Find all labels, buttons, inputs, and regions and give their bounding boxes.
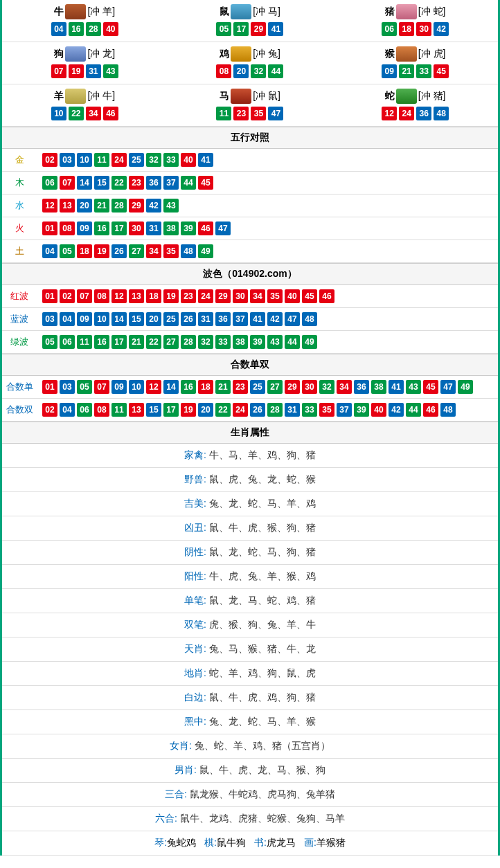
- number-badge: 45: [302, 289, 317, 303]
- number-badge: 13: [129, 289, 144, 303]
- attr-value: 鼠、牛、虎、龙、马、猴、狗: [197, 764, 325, 775]
- data-row: 金02031011242532334041: [2, 149, 498, 172]
- number-badge: 15: [129, 312, 144, 326]
- number-badge: 25: [163, 312, 179, 326]
- number-badge: 20: [233, 64, 249, 78]
- number-badge: 15: [146, 403, 161, 417]
- row-label: 木: [2, 177, 37, 189]
- number-badge: 04: [60, 403, 75, 417]
- number-badge: 16: [181, 380, 196, 394]
- zodiac-cell: 羊[冲 牛]10223446: [2, 84, 168, 127]
- zodiac-name: 猪: [385, 6, 395, 18]
- number-badge: 08: [94, 289, 109, 303]
- attr-row: 凶丑: 鼠、牛、虎、猴、狗、猪: [2, 516, 498, 541]
- number-badge: 35: [251, 107, 266, 120]
- data-row: 火0108091617303138394647: [2, 217, 498, 240]
- attr-label: 凶丑:: [184, 522, 206, 533]
- she-icon: [396, 89, 417, 104]
- number-badge: 12: [382, 107, 397, 120]
- number-badge: 22: [215, 403, 231, 417]
- number-badge: 03: [60, 380, 75, 394]
- number-badge: 21: [129, 335, 144, 349]
- number-badge: 47: [268, 107, 283, 120]
- shu-icon: [231, 4, 251, 19]
- number-badge: 08: [94, 403, 109, 417]
- number-badge: 31: [285, 403, 300, 417]
- niu-icon: [65, 4, 86, 19]
- number-badge: 45: [198, 176, 213, 190]
- number-badge: 25: [250, 380, 265, 394]
- number-badge: 40: [285, 289, 300, 303]
- number-badge: 37: [233, 312, 248, 326]
- number-badge: 30: [129, 221, 144, 235]
- number-badge: 16: [69, 22, 84, 36]
- number-badge: 40: [103, 22, 118, 36]
- number-badge: 40: [371, 403, 386, 417]
- zodiac-chong: [冲 牛]: [87, 90, 115, 102]
- number-badge: 48: [181, 244, 196, 258]
- number-badge: 19: [94, 244, 109, 258]
- number-badge: 32: [319, 380, 334, 394]
- number-badge: 07: [51, 64, 66, 78]
- attr-value: 兔、马、猴、猪、牛、龙: [206, 643, 316, 654]
- attr-row: 双笔: 虎、猴、狗、兔、羊、牛: [2, 613, 498, 638]
- attr-row: 天肖: 兔、马、猴、猪、牛、龙: [2, 638, 498, 662]
- row-label: 水: [2, 199, 37, 212]
- zodiac-name: 羊: [54, 90, 64, 102]
- number-badge: 14: [77, 176, 92, 190]
- number-badge: 36: [146, 176, 161, 190]
- data-row: 绿波05061116172122272832333839434449: [2, 331, 498, 354]
- data-row: 水1213202128294243: [2, 195, 498, 217]
- attr-row: 三合: 鼠龙猴、牛蛇鸡、虎马狗、兔羊猪: [2, 783, 498, 807]
- row-label: 合数双: [2, 404, 37, 416]
- number-badge: 34: [337, 380, 352, 394]
- number-badge: 17: [111, 221, 127, 235]
- number-badge: 06: [382, 22, 397, 36]
- number-badge: 13: [60, 199, 75, 213]
- number-badge: 32: [251, 64, 266, 78]
- number-badge: 26: [181, 312, 196, 326]
- number-badge: 17: [163, 403, 179, 417]
- attr-label: 单笔:: [184, 595, 206, 606]
- number-badge: 21: [399, 64, 414, 78]
- number-badge: 18: [399, 22, 414, 36]
- number-badge: 14: [163, 380, 179, 394]
- gou-icon: [65, 46, 86, 62]
- number-badge: 44: [285, 335, 300, 349]
- attr-value: 鼠、牛、虎、鸡、狗、猪: [206, 691, 316, 703]
- number-badge: 07: [60, 176, 75, 190]
- zodiac-chong: [冲 羊]: [87, 6, 115, 18]
- attr-value: 兔、龙、蛇、马、羊、猴: [206, 716, 316, 727]
- attr-row: 六合: 鼠牛、龙鸡、虎猪、蛇猴、兔狗、马羊: [2, 807, 498, 831]
- number-badge: 01: [42, 221, 57, 235]
- number-badge: 23: [233, 380, 248, 394]
- row-label: 绿波: [2, 336, 37, 348]
- number-badge: 09: [77, 221, 92, 235]
- number-badge: 36: [354, 380, 369, 394]
- number-badge: 13: [129, 403, 144, 417]
- number-badge: 33: [302, 403, 317, 417]
- zodiac-grid: 牛[冲 羊]04162840鼠[冲 马]05172941猪[冲 蛇]061830…: [2, 0, 498, 127]
- attr-row: 吉美: 兔、龙、蛇、马、羊、鸡: [2, 492, 498, 516]
- number-badge: 17: [233, 22, 249, 36]
- last-row: 琴:兔蛇鸡棋:鼠牛狗书:虎龙马画:羊猴猪: [2, 831, 498, 856]
- number-badge: 39: [181, 221, 196, 235]
- number-badge: 23: [181, 289, 196, 303]
- zodiac-cell: 蛇[冲 猪]12243648: [332, 84, 498, 127]
- number-badge: 34: [86, 107, 101, 120]
- zodiac-chong: [冲 蛇]: [418, 6, 446, 18]
- last-row-part: 书:虎龙马: [254, 837, 296, 849]
- number-badge: 46: [319, 289, 334, 303]
- number-badge: 04: [42, 244, 57, 258]
- bose-header: 波色（014902.com）: [2, 263, 498, 285]
- attr-row: 黑中: 兔、龙、蛇、马、羊、猴: [2, 710, 498, 734]
- attr-value: 鼠龙猴、牛蛇鸡、虎马狗、兔羊猪: [187, 788, 335, 799]
- data-row: 合数双0204060811131517192022242628313335373…: [2, 399, 498, 422]
- row-label: 火: [2, 222, 37, 235]
- zodiac-chong: [冲 兔]: [253, 48, 280, 60]
- number-badge: 30: [302, 380, 317, 394]
- number-badge: 11: [94, 153, 109, 167]
- number-badge: 28: [267, 403, 283, 417]
- number-badge: 24: [399, 107, 414, 120]
- attr-rows: 家禽: 牛、马、羊、鸡、狗、猪野兽: 鼠、虎、兔、龙、蛇、猴吉美: 兔、龙、蛇、…: [2, 444, 498, 831]
